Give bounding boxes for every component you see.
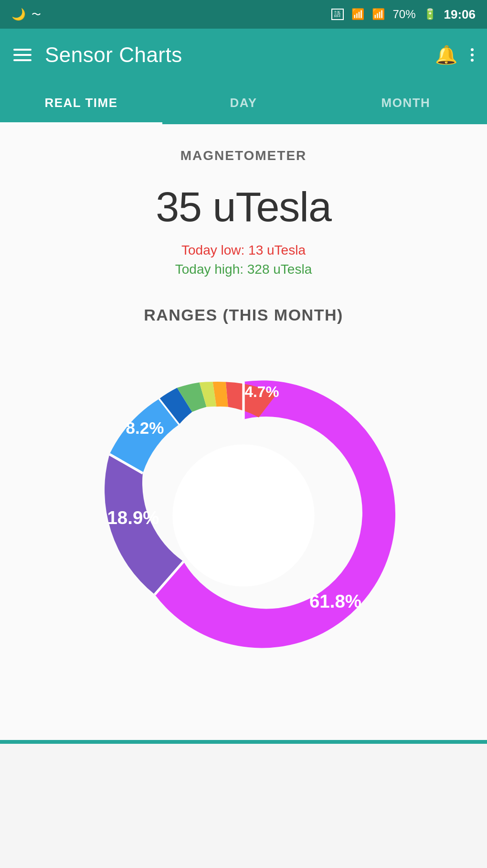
more-dot-1 <box>471 48 474 51</box>
tab-day[interactable]: DAY <box>162 81 325 124</box>
label-pink: 61.8% <box>309 591 361 611</box>
more-dot-3 <box>471 59 474 62</box>
wifi-icon: 📶 <box>351 8 364 21</box>
clock: 19:06 <box>444 7 476 22</box>
ranges-title: RANGES (THIS MONTH) <box>19 306 468 324</box>
notifications-button[interactable]: 🔔 <box>435 44 457 65</box>
label-red: 4.7% <box>245 383 279 400</box>
app-bar: Sensor Charts 🔔 <box>0 29 487 81</box>
donut-chart-svg: 61.8% 18.9% 8.2% 4.7% <box>76 348 411 683</box>
donut-chart: 61.8% 18.9% 8.2% 4.7% <box>76 348 411 683</box>
tab-bar: REAL TIME DAY MONTH <box>0 81 487 124</box>
sensor-value: 35 uTesla <box>19 182 468 231</box>
more-dot-2 <box>471 54 474 56</box>
signal-bars-icon: 📶 <box>372 8 385 21</box>
status-bar-left: 🌙 〜 <box>11 8 41 21</box>
bottom-bar <box>0 740 487 744</box>
donut-hole <box>172 444 315 587</box>
app-bar-actions: 🔔 <box>435 44 474 65</box>
sensor-stats: Today low: 13 uTesla Today high: 328 uTe… <box>19 243 468 277</box>
app-title: Sensor Charts <box>45 43 435 67</box>
hamburger-line-2 <box>13 54 32 56</box>
sensor-name: MAGNETOMETER <box>19 148 468 163</box>
label-purple: 18.9% <box>107 507 159 528</box>
tab-month[interactable]: MONTH <box>325 81 487 124</box>
network-icon: 語 <box>331 9 344 20</box>
sensor-high-value: Today high: 328 uTesla <box>19 262 468 277</box>
status-bar: 🌙 〜 語 📶 📶 70% 🔋 19:06 <box>0 0 487 29</box>
moon-icon: 🌙 <box>11 8 26 21</box>
battery-icon: 🔋 <box>423 8 436 21</box>
label-blue: 8.2% <box>126 418 164 437</box>
battery-percentage: 70% <box>392 8 415 21</box>
donut-chart-container: 61.8% 18.9% 8.2% 4.7% <box>19 348 468 683</box>
sensor-low-value: Today low: 13 uTesla <box>19 243 468 258</box>
more-options-button[interactable] <box>471 48 474 62</box>
tab-real-time[interactable]: REAL TIME <box>0 81 162 124</box>
signal-wave-icon: 〜 <box>32 8 41 21</box>
status-bar-right: 語 📶 📶 70% 🔋 19:06 <box>331 7 476 22</box>
main-content: MAGNETOMETER 35 uTesla Today low: 13 uTe… <box>0 124 487 740</box>
hamburger-line-1 <box>13 49 32 51</box>
hamburger-line-3 <box>13 59 32 61</box>
hamburger-menu-button[interactable] <box>13 49 32 61</box>
